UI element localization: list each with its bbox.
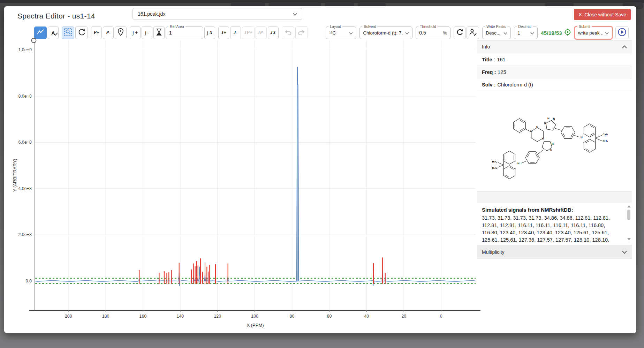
info-row-solvent: Solv :Chloroform-d (t) (477, 78, 632, 91)
undo-icon (284, 29, 292, 37)
y-axis-title: Y (ARBITRARY) (12, 159, 17, 192)
x-tick-label: 0 (440, 314, 442, 319)
y-tick-label: 8.0e+8 (18, 94, 32, 99)
x-tick-label: 20 (401, 314, 406, 319)
scrollbar[interactable] (627, 205, 631, 240)
peak-counter-value: 45/19/53 (541, 30, 562, 36)
y-tick-label: 1.0e+9 (18, 47, 32, 52)
spectrum-chart[interactable]: 2001801601401201008060402000.02.0e+84.0e… (10, 37, 481, 330)
svg-text:H₃C: H₃C (492, 160, 497, 163)
zoom-reset-icon (77, 28, 86, 38)
y-tick-label: 0.0 (26, 279, 32, 283)
submit-select[interactable]: Submit write peak ... (575, 27, 612, 39)
x-tick-label: 140 (176, 314, 184, 319)
solvent-peak (297, 67, 299, 281)
peak-markers (139, 257, 385, 284)
info-accordion-header[interactable]: Info (477, 40, 632, 53)
scrollbar-down-arrow[interactable] (627, 238, 631, 240)
molecule-structure: NNNNNNNNNCH₃CH₃NH₃CH₃C (477, 91, 632, 191)
svg-text:CH₃: CH₃ (603, 133, 608, 136)
ref-area-input[interactable] (169, 30, 200, 36)
line-chart-icon (36, 28, 45, 37)
svg-text:N: N (536, 125, 538, 128)
threshold-input[interactable] (419, 30, 432, 36)
chevron-down-icon (293, 11, 297, 17)
close-icon: ✕ (578, 12, 582, 17)
chevron-down-icon (603, 30, 609, 36)
file-select[interactable]: 161.peak.jdx (132, 8, 302, 20)
x-tick-label: 180 (102, 314, 109, 319)
write-peaks-select[interactable]: Write Peaks Desc... (482, 27, 511, 39)
svg-text:N: N (552, 143, 554, 146)
spectrum-line (35, 264, 476, 286)
x-tick-label: 40 (364, 314, 369, 319)
spectra-editor-dialog: Spectra Editor - us1-14 161.peak.jdx ✕ C… (4, 6, 636, 333)
gridlines (35, 40, 476, 310)
submit-run-button[interactable] (615, 27, 629, 39)
y-tick-label: 2.0e+8 (18, 232, 32, 237)
x-tick-label: 160 (139, 314, 147, 319)
scrollbar-thumb[interactable] (627, 210, 630, 220)
refresh-icon (456, 28, 463, 37)
peak-counter: 45/19/53 (541, 28, 571, 37)
scrollbar-up-arrow[interactable] (627, 205, 631, 207)
info-panel: Info Title :161 Freq :125 Solv :Chlorofo… (477, 40, 632, 284)
x-tick-label: 100 (251, 314, 258, 319)
person-check-icon (469, 28, 477, 37)
svg-text:N: N (517, 162, 520, 165)
file-select-value: 161.peak.jdx (138, 11, 165, 17)
svg-text:N: N (553, 118, 555, 121)
chevron-up-icon (622, 44, 627, 50)
target-icon[interactable] (564, 28, 571, 37)
svg-text:N: N (550, 148, 552, 151)
info-row-title: Title :161 (477, 53, 632, 66)
svg-text:CH₃: CH₃ (603, 139, 608, 143)
x-tick-label: 120 (214, 314, 221, 319)
x-tick-label: 80 (290, 314, 295, 319)
svg-text:N: N (581, 136, 583, 139)
y-tick-label: 4.0e+8 (18, 186, 32, 191)
decimal-select[interactable]: Decimal 1 (514, 27, 538, 39)
chevron-down-icon (528, 30, 534, 36)
svg-text:N: N (544, 122, 546, 125)
multiplicity-accordion-header[interactable]: Multiplicity (477, 245, 632, 259)
chevron-down-icon (347, 30, 353, 36)
chevron-down-icon (622, 249, 627, 255)
svg-text:N: N (547, 117, 550, 120)
page-title: Spectra Editor - us1-14 (17, 12, 95, 20)
x-axis-title: X (PPM) (247, 323, 264, 328)
location-pin-icon (117, 28, 124, 38)
chevron-down-icon (501, 30, 507, 36)
a-check-icon: A (51, 30, 55, 36)
panel-divider-band (477, 191, 632, 203)
svg-text:N: N (530, 130, 532, 133)
redo-icon (297, 29, 306, 37)
svg-text:N: N (542, 137, 544, 140)
x-tick-label: 200 (65, 314, 72, 319)
zoom-select-icon (64, 28, 72, 38)
info-row-freq: Freq :125 (477, 66, 632, 78)
x-tick-label: 60 (327, 314, 332, 319)
threshold-unit: % (440, 30, 447, 36)
signals-header: Simulated signals from NMRshiftDB: (482, 207, 623, 213)
play-circle-icon (618, 28, 627, 38)
svg-text:H₃C: H₃C (492, 166, 497, 169)
chevron-down-icon (403, 30, 409, 36)
signals-values: 31.73, 31.73, 31.73, 31.73, 34.86, 34.86… (482, 214, 623, 242)
close-without-save-button[interactable]: ✕ Close without Save (574, 9, 631, 20)
y-tick-label: 6.0e+8 (18, 140, 32, 145)
plot-corner-handle[interactable] (32, 38, 36, 43)
hourglass-icon (156, 28, 162, 38)
simulated-signals-box[interactable]: Simulated signals from NMRshiftDB: 31.73… (477, 203, 632, 242)
